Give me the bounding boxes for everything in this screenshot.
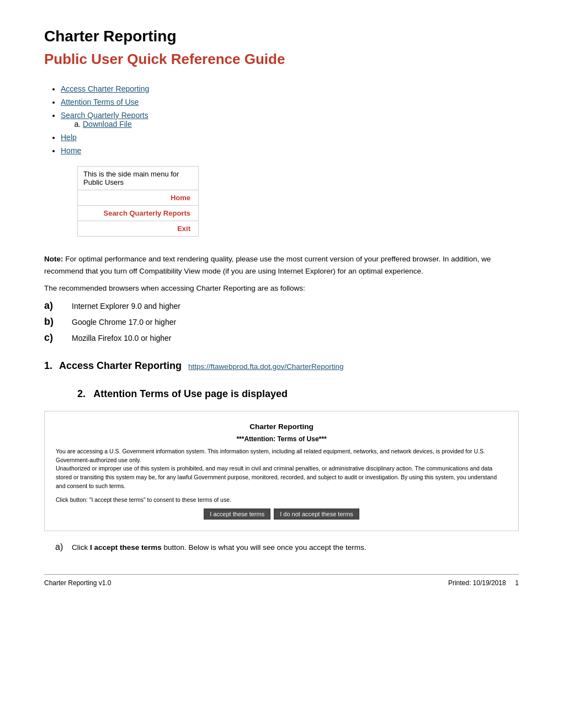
browser-ie-text: Internet Explorer 9.0 and higher — [72, 302, 180, 311]
terms-body-line1: You are accessing a U.S. Government info… — [56, 448, 485, 463]
toc-item-4: Help — [61, 133, 519, 142]
browsers-intro: The recommended browsers when accessing … — [44, 282, 519, 295]
toc-item-1: Access Charter Reporting — [61, 84, 519, 93]
footer-printed-label: Printed: — [448, 579, 471, 587]
toc-item-2: Attention Terms of Use — [61, 98, 519, 106]
browser-letter-c: c) — [44, 332, 66, 344]
browser-item-chrome: b) Google Chrome 17.0 or higher — [44, 316, 519, 328]
terms-box-title: Charter Reporting — [56, 422, 507, 431]
note-bold-label: Note: — [44, 255, 63, 263]
decline-terms-button[interactable]: I do not accept these terms — [274, 508, 359, 520]
section-2-heading: 2. Attention Terms of Use page is displa… — [77, 388, 519, 400]
terms-button-row: I accept these terms I do not accept the… — [56, 508, 507, 520]
terms-box-body: You are accessing a U.S. Government info… — [56, 447, 507, 491]
menu-box-description: This is the side main menu for Public Us… — [78, 167, 198, 190]
toc-link-home[interactable]: Home — [61, 146, 81, 155]
click-bold-text: I accept these terms — [90, 543, 162, 552]
toc-item-5: Home — [61, 146, 519, 155]
browser-item-firefox: c) Mozilla Firefox 10.0 or higher — [44, 332, 519, 344]
browser-firefox-text: Mozilla Firefox 10.0 or higher — [72, 334, 172, 342]
click-instruction: a) Click I accept these terms button. Be… — [55, 542, 519, 552]
footer-right: Printed: 10/19/2018 1 — [448, 579, 519, 587]
section-2-title: Attention Terms of Use page is displayed — [93, 388, 288, 399]
browser-list: a) Internet Explorer 9.0 and higher b) G… — [44, 300, 519, 344]
subtitle: Public User Quick Reference Guide — [44, 51, 519, 68]
browser-chrome-text: Google Chrome 17.0 or higher — [72, 318, 176, 326]
page-footer: Charter Reporting v1.0 Printed: 10/19/20… — [44, 574, 519, 587]
browser-item-ie: a) Internet Explorer 9.0 and higher — [44, 300, 519, 312]
table-of-contents: Access Charter Reporting Attention Terms… — [44, 84, 519, 155]
accept-terms-button[interactable]: I accept these terms — [204, 508, 270, 520]
click-text-before: Click — [72, 543, 90, 552]
click-text-after: button. Below is what you will see once … — [162, 543, 367, 552]
browser-letter-a: a) — [44, 300, 66, 312]
footer-date: 10/19/2018 — [473, 579, 506, 587]
side-menu-box: This is the side main menu for Public Us… — [77, 166, 199, 237]
toc-link-access-charter[interactable]: Access Charter Reporting — [61, 84, 149, 93]
toc-link-attention-terms[interactable]: Attention Terms of Use — [61, 98, 139, 106]
toc-link-download-file[interactable]: Download File — [83, 120, 132, 129]
toc-item-3: Search Quarterly Reports Download File — [61, 111, 519, 129]
toc-link-help[interactable]: Help — [61, 133, 77, 142]
terms-of-use-box: Charter Reporting ***Attention: Terms of… — [44, 411, 519, 531]
click-instruction-letter: a) — [55, 542, 72, 552]
menu-box-item-exit[interactable]: Exit — [78, 221, 198, 236]
main-title: Charter Reporting — [44, 28, 519, 45]
terms-click-text: Click button: "I accept these terms" to … — [56, 496, 507, 503]
section-1-number: 1. — [44, 360, 52, 372]
footer-left: Charter Reporting v1.0 — [44, 579, 111, 587]
section-1-heading: 1. Access Charter Reporting https://ftaw… — [44, 360, 519, 372]
note-section: Note: For optimal performance and text r… — [44, 253, 519, 344]
menu-box-item-home[interactable]: Home — [78, 190, 198, 206]
note-body: For optimal performance and text renderi… — [44, 255, 491, 275]
terms-body-line2: Unauthorized or improper use of this sys… — [56, 465, 497, 489]
toc-link-search-quarterly[interactable]: Search Quarterly Reports — [61, 111, 148, 120]
click-instruction-text: Click I accept these terms button. Below… — [72, 543, 367, 552]
note-paragraph: Note: For optimal performance and text r… — [44, 253, 519, 277]
toc-sub-item-1: Download File — [83, 120, 519, 129]
section-2-number: 2. — [77, 388, 86, 399]
footer-page-number: 1 — [515, 579, 519, 587]
menu-box-item-search[interactable]: Search Quarterly Reports — [78, 206, 198, 221]
terms-box-subtitle: ***Attention: Terms of Use*** — [56, 435, 507, 443]
browser-letter-b: b) — [44, 316, 66, 328]
section-1-title: Access Charter Reporting — [59, 360, 182, 372]
section-1-url[interactable]: https://ftawebprod.fta.dot.gov/CharterRe… — [188, 362, 343, 371]
